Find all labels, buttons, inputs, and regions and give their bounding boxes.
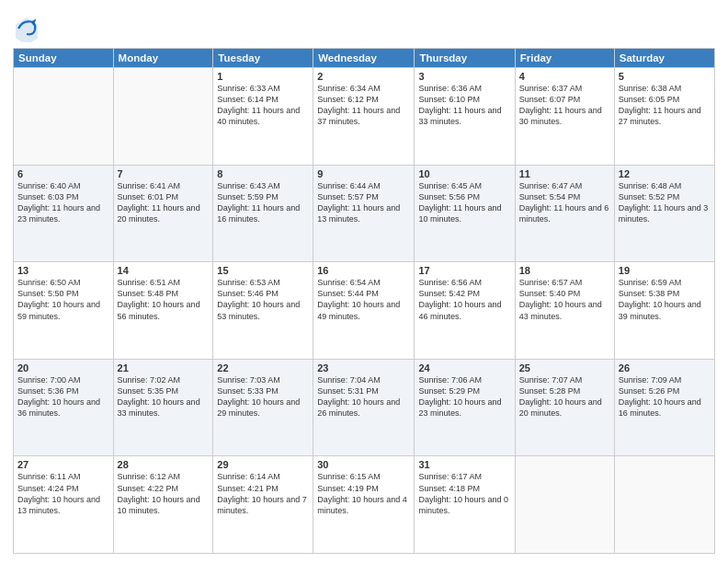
cell-day-number: 9 [317,168,410,179]
calendar-cell: 29Sunrise: 6:14 AM Sunset: 4:21 PM Dayli… [213,456,313,554]
cell-day-number: 22 [217,362,309,373]
cell-day-number: 2 [317,71,410,82]
col-header-friday: Friday [515,49,614,68]
cell-daylight-info: Sunrise: 6:33 AM Sunset: 6:14 PM Dayligh… [217,83,309,128]
cell-daylight-info: Sunrise: 6:45 AM Sunset: 5:56 PM Dayligh… [418,180,510,225]
cell-daylight-info: Sunrise: 7:03 AM Sunset: 5:33 PM Dayligh… [217,374,309,419]
calendar-cell: 17Sunrise: 6:56 AM Sunset: 5:42 PM Dayli… [415,262,515,360]
cell-daylight-info: Sunrise: 6:37 AM Sunset: 6:07 PM Dayligh… [519,83,610,128]
cell-daylight-info: Sunrise: 6:48 AM Sunset: 5:52 PM Dayligh… [619,180,711,225]
calendar-cell [515,456,614,554]
cell-day-number: 4 [519,71,610,82]
cell-day-number: 16 [317,265,410,276]
cell-day-number: 30 [317,459,410,470]
cell-day-number: 10 [418,168,510,179]
calendar-week-row: 6Sunrise: 6:40 AM Sunset: 6:03 PM Daylig… [14,165,715,262]
calendar-cell: 24Sunrise: 7:06 AM Sunset: 5:29 PM Dayli… [415,359,515,456]
cell-daylight-info: Sunrise: 6:56 AM Sunset: 5:42 PM Dayligh… [418,277,510,322]
calendar-week-row: 1Sunrise: 6:33 AM Sunset: 6:14 PM Daylig… [14,68,715,166]
header [13,11,715,42]
calendar-header-row: SundayMondayTuesdayWednesdayThursdayFrid… [14,49,715,68]
calendar-cell: 2Sunrise: 6:34 AM Sunset: 6:12 PM Daylig… [313,68,415,166]
cell-day-number: 14 [118,265,210,276]
calendar-cell: 4Sunrise: 6:37 AM Sunset: 6:07 PM Daylig… [515,68,614,166]
cell-daylight-info: Sunrise: 6:17 AM Sunset: 4:18 PM Dayligh… [418,471,510,516]
cell-day-number: 24 [418,362,510,373]
cell-daylight-info: Sunrise: 7:09 AM Sunset: 5:26 PM Dayligh… [619,374,711,419]
calendar-cell: 10Sunrise: 6:45 AM Sunset: 5:56 PM Dayli… [415,165,515,262]
col-header-saturday: Saturday [614,49,714,68]
calendar-cell: 25Sunrise: 7:07 AM Sunset: 5:28 PM Dayli… [515,359,614,456]
cell-day-number: 26 [619,362,711,373]
calendar-cell: 14Sunrise: 6:51 AM Sunset: 5:48 PM Dayli… [113,262,213,360]
calendar-cell [614,456,714,554]
cell-day-number: 7 [118,168,210,179]
calendar-cell: 3Sunrise: 6:36 AM Sunset: 6:10 PM Daylig… [415,68,515,166]
cell-day-number: 13 [17,265,109,276]
cell-daylight-info: Sunrise: 7:02 AM Sunset: 5:35 PM Dayligh… [118,374,210,419]
cell-day-number: 18 [519,265,610,276]
cell-daylight-info: Sunrise: 6:50 AM Sunset: 5:50 PM Dayligh… [17,277,109,322]
cell-day-number: 29 [217,459,309,470]
calendar-cell: 30Sunrise: 6:15 AM Sunset: 4:19 PM Dayli… [313,456,415,554]
calendar-cell: 20Sunrise: 7:00 AM Sunset: 5:36 PM Dayli… [14,359,114,456]
cell-day-number: 11 [519,168,610,179]
calendar-cell: 12Sunrise: 6:48 AM Sunset: 5:52 PM Dayli… [614,165,714,262]
cell-daylight-info: Sunrise: 6:12 AM Sunset: 4:22 PM Dayligh… [118,471,210,516]
cell-daylight-info: Sunrise: 6:40 AM Sunset: 6:03 PM Dayligh… [17,180,109,225]
cell-day-number: 17 [418,265,510,276]
calendar-cell: 1Sunrise: 6:33 AM Sunset: 6:14 PM Daylig… [213,68,313,166]
cell-daylight-info: Sunrise: 6:44 AM Sunset: 5:57 PM Dayligh… [317,180,410,225]
calendar-cell: 16Sunrise: 6:54 AM Sunset: 5:44 PM Dayli… [313,262,415,360]
logo [13,15,44,42]
cell-daylight-info: Sunrise: 6:14 AM Sunset: 4:21 PM Dayligh… [217,471,309,516]
cell-day-number: 23 [317,362,410,373]
cell-day-number: 31 [418,459,510,470]
cell-day-number: 8 [217,168,309,179]
cell-day-number: 19 [619,265,711,276]
cell-day-number: 25 [519,362,610,373]
calendar-cell: 5Sunrise: 6:38 AM Sunset: 6:05 PM Daylig… [614,68,714,166]
cell-daylight-info: Sunrise: 6:54 AM Sunset: 5:44 PM Dayligh… [317,277,410,322]
cell-day-number: 20 [17,362,109,373]
calendar-cell: 22Sunrise: 7:03 AM Sunset: 5:33 PM Dayli… [213,359,313,456]
cell-daylight-info: Sunrise: 6:34 AM Sunset: 6:12 PM Dayligh… [317,83,410,128]
col-header-thursday: Thursday [415,49,515,68]
cell-daylight-info: Sunrise: 6:11 AM Sunset: 4:24 PM Dayligh… [17,471,109,516]
logo-icon [13,15,40,42]
calendar-week-row: 20Sunrise: 7:00 AM Sunset: 5:36 PM Dayli… [14,359,715,456]
cell-daylight-info: Sunrise: 6:36 AM Sunset: 6:10 PM Dayligh… [418,83,510,128]
calendar-week-row: 13Sunrise: 6:50 AM Sunset: 5:50 PM Dayli… [14,262,715,360]
cell-daylight-info: Sunrise: 6:15 AM Sunset: 4:19 PM Dayligh… [317,471,410,516]
col-header-monday: Monday [113,49,213,68]
cell-day-number: 28 [118,459,210,470]
cell-daylight-info: Sunrise: 7:04 AM Sunset: 5:31 PM Dayligh… [317,374,410,419]
calendar-cell: 21Sunrise: 7:02 AM Sunset: 5:35 PM Dayli… [113,359,213,456]
calendar-cell: 18Sunrise: 6:57 AM Sunset: 5:40 PM Dayli… [515,262,614,360]
cell-daylight-info: Sunrise: 6:53 AM Sunset: 5:46 PM Dayligh… [217,277,309,322]
calendar-cell: 7Sunrise: 6:41 AM Sunset: 6:01 PM Daylig… [113,165,213,262]
calendar-week-row: 27Sunrise: 6:11 AM Sunset: 4:24 PM Dayli… [14,456,715,554]
calendar-cell: 9Sunrise: 6:44 AM Sunset: 5:57 PM Daylig… [313,165,415,262]
cell-daylight-info: Sunrise: 6:51 AM Sunset: 5:48 PM Dayligh… [118,277,210,322]
page: SundayMondayTuesdayWednesdayThursdayFrid… [0,0,728,563]
cell-daylight-info: Sunrise: 6:41 AM Sunset: 6:01 PM Dayligh… [118,180,210,225]
calendar-table: SundayMondayTuesdayWednesdayThursdayFrid… [13,48,715,554]
cell-day-number: 21 [118,362,210,373]
cell-day-number: 6 [17,168,109,179]
cell-daylight-info: Sunrise: 6:47 AM Sunset: 5:54 PM Dayligh… [519,180,610,225]
calendar-cell: 31Sunrise: 6:17 AM Sunset: 4:18 PM Dayli… [415,456,515,554]
calendar-cell: 8Sunrise: 6:43 AM Sunset: 5:59 PM Daylig… [213,165,313,262]
cell-daylight-info: Sunrise: 6:43 AM Sunset: 5:59 PM Dayligh… [217,180,309,225]
col-header-tuesday: Tuesday [213,49,313,68]
cell-daylight-info: Sunrise: 7:07 AM Sunset: 5:28 PM Dayligh… [519,374,610,419]
calendar-cell [14,68,114,166]
calendar-cell: 11Sunrise: 6:47 AM Sunset: 5:54 PM Dayli… [515,165,614,262]
col-header-sunday: Sunday [14,49,114,68]
col-header-wednesday: Wednesday [313,49,415,68]
cell-daylight-info: Sunrise: 7:00 AM Sunset: 5:36 PM Dayligh… [17,374,109,419]
cell-daylight-info: Sunrise: 6:57 AM Sunset: 5:40 PM Dayligh… [519,277,610,322]
cell-daylight-info: Sunrise: 6:38 AM Sunset: 6:05 PM Dayligh… [619,83,711,128]
calendar-cell: 13Sunrise: 6:50 AM Sunset: 5:50 PM Dayli… [14,262,114,360]
calendar-cell [113,68,213,166]
